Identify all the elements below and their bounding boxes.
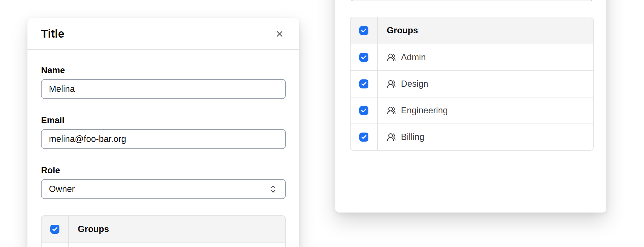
group-row-label: Billing [401,132,424,142]
row-checkbox[interactable] [359,53,368,62]
modal-row-checkbox-cell [42,243,69,247]
panel-header-checkbox-cell [351,17,378,44]
panel-groups-header-label: Groups [378,17,593,44]
name-input[interactable] [41,79,286,99]
clipped-input[interactable] [350,0,594,1]
x-icon [275,29,284,39]
group-row-admin[interactable]: Admin [351,44,593,70]
panel-groups-table-header-row: Groups [351,17,593,44]
role-label: Role [41,165,286,176]
users-icon [387,53,396,62]
row-checkbox-cell [351,124,378,150]
check-icon [361,81,367,87]
user-edit-modal: Title Name Email Role Owner [27,18,299,247]
group-row-billing[interactable]: Billing [351,123,593,150]
email-input[interactable] [41,129,286,149]
row-content: Billing [378,124,593,150]
row-content: Admin [378,44,593,70]
check-icon [361,54,367,60]
modal-header-checkbox[interactable] [50,225,59,234]
group-row-engineering[interactable]: Engineering [351,97,593,123]
modal-body: Name Email Role Owner Groups [27,50,299,247]
group-row-label: Design [401,79,428,89]
row-checkbox[interactable] [359,79,368,88]
row-checkbox-cell [351,97,378,123]
row-checkbox-cell [351,71,378,97]
modal-header-checkbox-cell [42,216,69,242]
group-row-label: Engineering [401,105,448,116]
modal-row-content [69,243,285,247]
check-icon [361,27,367,34]
users-icon [387,133,396,142]
role-select-value: Owner [49,184,75,194]
groups-panel: Groups Admin [335,0,606,213]
users-icon [387,79,396,88]
modal-groups-header-label: Groups [69,216,285,242]
modal-groups-table: Groups [41,215,286,247]
row-checkbox-cell [351,44,378,70]
modal-title: Title [41,27,65,40]
row-content: Design [378,71,593,97]
panel-header-checkbox[interactable] [359,26,368,35]
check-icon [52,226,58,232]
modal-groups-table-row-stub[interactable] [42,242,285,247]
modal-header: Title [27,18,299,50]
name-label: Name [41,65,286,75]
role-select[interactable]: Owner [41,179,286,199]
modal-groups-table-header-row: Groups [42,216,285,242]
users-icon [387,106,396,115]
group-row-label: Admin [401,52,426,62]
row-checkbox[interactable] [359,106,368,115]
email-label: Email [41,115,286,125]
chevrons-up-down-icon [268,184,278,194]
page-background: Title Name Email Role Owner [0,0,644,247]
group-row-design[interactable]: Design [351,70,593,97]
row-content: Engineering [378,97,593,123]
check-icon [361,134,367,140]
close-button[interactable] [273,28,286,40]
panel-groups-table: Groups Admin [350,17,594,151]
check-icon [361,107,367,114]
row-checkbox[interactable] [359,133,368,142]
